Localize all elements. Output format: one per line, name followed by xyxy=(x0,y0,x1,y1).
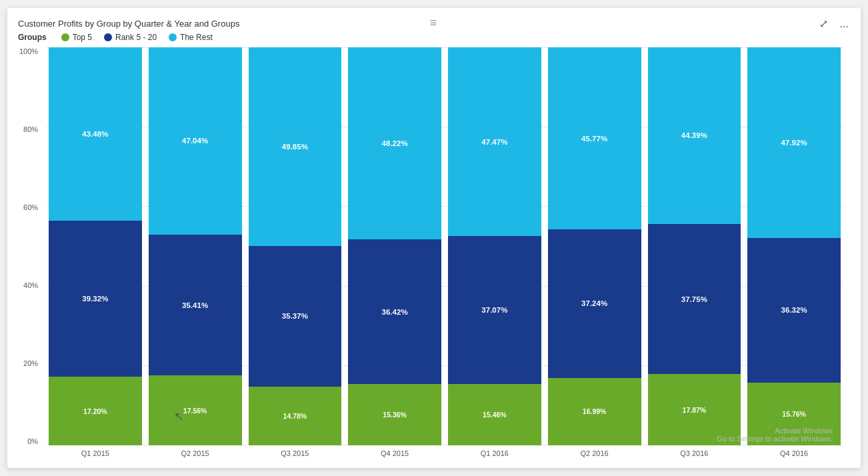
bar-label-1-2: 47.04% xyxy=(149,137,242,145)
y-label-20: 20% xyxy=(23,359,38,367)
x-label-3: Q4 2015 xyxy=(348,445,441,461)
bar-segment-7-1[interactable]: 36.32% xyxy=(747,238,841,383)
drag-handle[interactable]: ≡ xyxy=(430,16,439,30)
bar-segment-5-1[interactable]: 37.24% xyxy=(548,229,641,377)
bar-segment-3-1[interactable]: 36.42% xyxy=(348,239,441,384)
bars-container: 17.20%39.32%43.48%17.56%35.41%47.04%14.7… xyxy=(46,47,843,445)
bar-group-3[interactable]: 15.36%36.42%48.22% xyxy=(348,47,441,445)
bar-label-4-0: 15.46% xyxy=(448,411,541,419)
bar-label-5-2: 45.77% xyxy=(548,135,641,143)
y-label-100: 100% xyxy=(19,47,38,55)
legend-item-rest[interactable]: The Rest xyxy=(169,33,213,42)
bar-label-1-1: 35.41% xyxy=(149,301,242,309)
bar-label-6-1: 37.75% xyxy=(648,295,741,303)
bar-segment-5-0[interactable]: 16.99% xyxy=(548,378,641,445)
bar-label-4-2: 47.47% xyxy=(448,138,541,146)
bar-label-4-1: 37.07% xyxy=(448,306,541,314)
bar-group-2[interactable]: 14.78%35.37%49.85% xyxy=(249,47,342,445)
bar-label-2-0: 14.78% xyxy=(249,412,342,420)
more-options-button[interactable]: ... xyxy=(837,17,851,31)
bar-label-6-2: 44.39% xyxy=(648,131,741,139)
bar-label-0-1: 39.32% xyxy=(49,295,142,303)
bar-segment-3-2[interactable]: 48.22% xyxy=(348,47,441,239)
bar-label-0-0: 17.20% xyxy=(49,407,142,415)
bar-segment-4-2[interactable]: 47.47% xyxy=(448,47,541,236)
bar-label-3-2: 48.22% xyxy=(348,139,441,147)
legend-label-rest: The Rest xyxy=(180,33,213,42)
bar-segment-2-0[interactable]: 14.78% xyxy=(249,387,342,445)
bar-label-7-2: 47.92% xyxy=(747,139,841,147)
bar-label-0-2: 43.48% xyxy=(49,130,142,138)
bar-segment-7-0[interactable]: 15.76% xyxy=(747,383,841,445)
chart-body: 100% 80% 60% 40% 20% 0% 17.20%39.32%43.4… xyxy=(46,47,843,461)
bar-segment-7-2[interactable]: 47.92% xyxy=(747,47,841,238)
y-label-60: 60% xyxy=(23,203,38,211)
x-label-0: Q1 2015 xyxy=(49,445,142,461)
bar-label-2-2: 49.85% xyxy=(249,143,342,151)
bar-segment-1-1[interactable]: 35.41% xyxy=(149,235,242,375)
legend-label-top5: Top 5 xyxy=(73,33,92,42)
bar-group-5[interactable]: 16.99%37.24%45.77% xyxy=(548,47,641,445)
bar-segment-4-0[interactable]: 15.46% xyxy=(448,384,541,445)
bar-group-4[interactable]: 15.46%37.07%47.47% xyxy=(448,47,541,445)
x-label-5: Q2 2016 xyxy=(548,445,641,461)
bar-label-7-1: 36.32% xyxy=(747,306,841,314)
bar-segment-0-1[interactable]: 39.32% xyxy=(49,221,142,377)
expand-button[interactable]: ⤢ xyxy=(817,16,831,31)
bar-segment-3-0[interactable]: 15.36% xyxy=(348,384,441,445)
legend-item-rank[interactable]: Rank 5 - 20 xyxy=(104,33,157,42)
legend-label-rank: Rank 5 - 20 xyxy=(115,33,157,42)
legend-dot-rest xyxy=(169,33,177,41)
bar-segment-5-2[interactable]: 45.77% xyxy=(548,47,641,229)
bar-segment-4-1[interactable]: 37.07% xyxy=(448,236,541,383)
legend-item-top5[interactable]: Top 5 xyxy=(61,33,92,42)
bar-segment-1-2[interactable]: 47.04% xyxy=(149,47,242,235)
bar-segment-2-2[interactable]: 49.85% xyxy=(249,47,342,246)
legend-dot-rank xyxy=(104,33,112,41)
bar-segment-0-2[interactable]: 43.48% xyxy=(49,47,142,221)
bar-group-1[interactable]: 17.56%35.41%47.04% xyxy=(149,47,242,445)
bar-label-7-0: 15.76% xyxy=(747,410,841,418)
bar-label-3-0: 15.36% xyxy=(348,411,441,419)
bar-group-6[interactable]: 17.87%37.75%44.39% xyxy=(648,47,741,445)
bar-group-0[interactable]: 17.20%39.32%43.48% xyxy=(49,47,142,445)
legend-group-label: Groups xyxy=(18,33,47,42)
bar-label-5-0: 16.99% xyxy=(548,407,641,415)
x-label-2: Q3 2015 xyxy=(249,445,342,461)
bar-segment-2-1[interactable]: 35.37% xyxy=(249,246,342,387)
bar-group-7[interactable]: 15.76%36.32%47.92% xyxy=(747,47,841,445)
bar-segment-1-0[interactable]: 17.56% xyxy=(149,375,242,445)
x-label-4: Q1 2016 xyxy=(448,445,541,461)
bar-segment-0-0[interactable]: 17.20% xyxy=(49,377,142,445)
y-axis: 100% 80% 60% 40% 20% 0% xyxy=(19,47,38,445)
bar-label-5-1: 37.24% xyxy=(548,299,641,307)
legend: Groups Top 5 Rank 5 - 20 The Rest xyxy=(18,33,850,42)
bar-segment-6-1[interactable]: 37.75% xyxy=(648,224,741,374)
bar-label-3-1: 36.42% xyxy=(348,308,441,316)
y-label-80: 80% xyxy=(23,125,38,133)
bar-label-1-0: 17.56% xyxy=(149,407,242,415)
y-label-40: 40% xyxy=(23,281,38,289)
card-top-bar: ⤢ ... xyxy=(817,16,851,31)
bar-label-2-1: 35.37% xyxy=(249,312,342,320)
bar-segment-6-0[interactable]: 17.87% xyxy=(648,374,741,445)
legend-dot-top5 xyxy=(61,33,69,41)
x-label-1: Q2 2015 xyxy=(149,445,242,461)
chart-area: 100% 80% 60% 40% 20% 0% 17.20%39.32%43.4… xyxy=(18,47,850,461)
bar-label-6-0: 17.87% xyxy=(648,406,741,414)
y-label-0: 0% xyxy=(27,437,38,445)
chart-card: ≡ ⤢ ... Customer Profits by Group by Qua… xyxy=(7,8,861,468)
x-label-7: Q4 2016 xyxy=(747,445,841,461)
x-axis: Q1 2015Q2 2015Q3 2015Q4 2015Q1 2016Q2 20… xyxy=(46,445,843,461)
x-label-6: Q3 2016 xyxy=(648,445,741,461)
bar-segment-6-2[interactable]: 44.39% xyxy=(648,47,741,224)
